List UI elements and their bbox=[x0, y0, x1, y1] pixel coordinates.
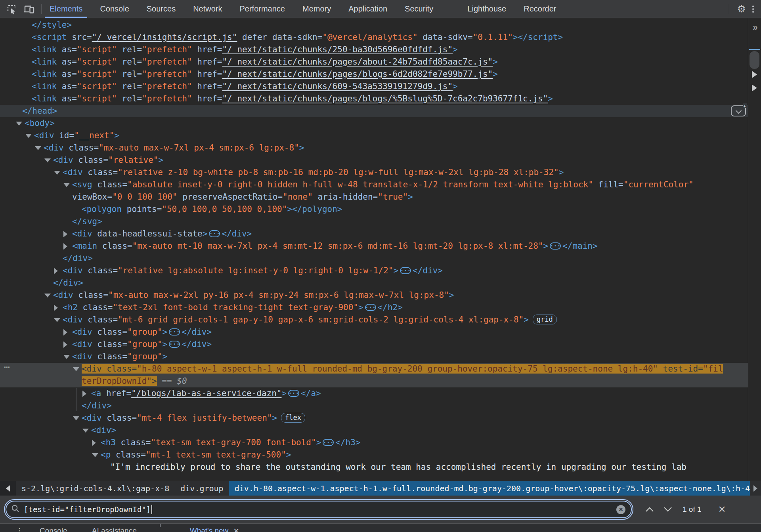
dom-tree-row[interactable]: terDropDownId"> == $0 bbox=[0, 375, 748, 387]
dom-tree-row[interactable]: <h2 class="text-2xl font-bold tracking-t… bbox=[0, 301, 748, 314]
dom-tree-row[interactable]: <div class="mt-6 grid grid-cols-1 gap-y-… bbox=[0, 314, 748, 326]
expand-arrow-icon[interactable] bbox=[63, 231, 67, 237]
collapse-arrow-icon[interactable] bbox=[63, 355, 70, 359]
collapse-arrow-icon[interactable] bbox=[73, 416, 79, 420]
dom-tree-row[interactable]: viewBox="0 0 100 100" preserveAspectRati… bbox=[0, 191, 748, 203]
expand-arrow-icon[interactable] bbox=[54, 268, 58, 274]
code-segment[interactable]: "/blogs/lab-as-a-service-dazn" bbox=[131, 389, 281, 398]
expand-sidebar-icon[interactable]: » bbox=[748, 22, 761, 33]
expand-ellipsis-icon[interactable]: ··· bbox=[288, 390, 299, 397]
collapse-arrow-icon[interactable] bbox=[63, 183, 70, 187]
drawer-tab-ai-assistance[interactable]: AI assistance bbox=[92, 526, 137, 532]
next-result-button[interactable] bbox=[659, 501, 677, 517]
dom-tree-row[interactable]: <main class="mx-auto mt-10 max-w-7xl px-… bbox=[0, 240, 748, 252]
breadcrumb-item-selected[interactable]: div.h-80.aspect-w-1.aspect-h-1.w-full.ro… bbox=[229, 481, 750, 496]
code-segment[interactable]: "/_vercel/insights/script.js" bbox=[92, 32, 237, 42]
dom-tree-row[interactable]: <link as="script" rel="prefetch" href="/… bbox=[0, 44, 748, 56]
expand-ellipsis-icon[interactable]: ··· bbox=[169, 341, 180, 348]
dom-tree-row[interactable]: <div class="relative lg:absolute lg:inse… bbox=[0, 265, 748, 277]
close-search-icon[interactable]: ✕ bbox=[718, 504, 726, 515]
dom-tree-row[interactable]: </div> bbox=[0, 277, 748, 289]
collapse-arrow-icon[interactable] bbox=[35, 146, 41, 150]
code-segment[interactable]: "/_next/static/chunks/pages/about-24b75a… bbox=[222, 57, 493, 67]
dom-tree-row[interactable]: <svg class="absolute inset-y-0 right-0 h… bbox=[0, 179, 748, 191]
close-whats-new-icon[interactable]: ✕ bbox=[233, 526, 239, 532]
collapse-arrow-icon[interactable] bbox=[44, 158, 51, 162]
tab-elements[interactable]: Elements bbox=[44, 0, 88, 18]
dom-tree-row[interactable]: <polygon points="50,0 100,0 50,100 0,100… bbox=[0, 203, 748, 215]
dom-tree-row[interactable]: <div id="__next"> bbox=[0, 130, 748, 142]
inspect-element-icon[interactable] bbox=[6, 3, 17, 15]
grid-badge[interactable]: grid bbox=[533, 315, 557, 324]
dom-tree-row[interactable]: <div class="group">···</div> bbox=[0, 326, 748, 338]
drawer-menu-icon[interactable]: ⋮ bbox=[16, 526, 23, 532]
tab-recorder[interactable]: Recorder bbox=[518, 0, 562, 18]
collapse-arrow-icon[interactable] bbox=[82, 429, 89, 433]
dom-tree-row[interactable]: </svg> bbox=[0, 215, 748, 228]
expand-ellipsis-icon[interactable]: ··· bbox=[550, 242, 561, 250]
dom-tree-row[interactable]: <script src="/_vercel/insights/script.js… bbox=[0, 31, 748, 44]
dom-tree-row[interactable]: <h3 class="text-sm text-gray-700 font-bo… bbox=[0, 437, 748, 449]
breadcrumb-item[interactable]: s-2.lg\:grid-cols-4.xl\:gap-x-8 bbox=[16, 481, 175, 496]
clear-search-icon[interactable]: ✕ bbox=[616, 505, 625, 514]
tab-application[interactable]: Application bbox=[343, 0, 393, 18]
dom-tree-row[interactable]: <div> bbox=[0, 424, 748, 437]
dom-tree-row[interactable]: <link as="script" rel="prefetch" href="/… bbox=[0, 68, 748, 80]
expand-ellipsis-icon[interactable]: ··· bbox=[209, 230, 220, 237]
dom-tree-row[interactable]: </div> bbox=[0, 400, 748, 412]
dom-tree-row[interactable]: </style> bbox=[0, 19, 748, 31]
tab-memory[interactable]: Memory bbox=[297, 0, 337, 18]
row-menu-icon[interactable]: ⋯ bbox=[4, 361, 10, 374]
collapse-arrow-icon[interactable] bbox=[73, 367, 79, 371]
drawer-tab-console[interactable]: Console bbox=[40, 526, 67, 532]
code-segment[interactable]: "/_next/static/chunks/609-543a5339191279… bbox=[222, 82, 453, 91]
collapse-arrow-icon[interactable] bbox=[54, 318, 60, 322]
breadcrumb-scroll-left-button[interactable] bbox=[0, 481, 16, 496]
dom-tree-row[interactable]: </head>✦ bbox=[0, 105, 748, 117]
scrollbar-thumb[interactable] bbox=[750, 51, 759, 69]
expand-arrow-icon[interactable] bbox=[63, 329, 67, 336]
dom-tree-row[interactable]: "I'm incredibly proud to share the outst… bbox=[0, 461, 748, 473]
collapse-arrow-icon[interactable] bbox=[25, 134, 32, 138]
expand-ellipsis-icon[interactable]: ··· bbox=[400, 267, 411, 274]
tab-console[interactable]: Console bbox=[94, 0, 134, 18]
dom-tree-row[interactable]: <div class="group"> bbox=[0, 351, 748, 363]
search-input[interactable]: [test-id="filterDropDownId"] ✕ bbox=[6, 501, 632, 518]
ask-ai-icon[interactable]: ✦ bbox=[731, 105, 746, 116]
expand-arrow-icon[interactable] bbox=[63, 243, 67, 250]
collapse-arrow-icon[interactable] bbox=[16, 122, 22, 126]
collapse-arrow-icon[interactable] bbox=[92, 453, 98, 457]
dom-tree-row[interactable]: <a href="/blogs/lab-as-a-service-dazn">·… bbox=[0, 387, 748, 400]
dom-tree-row[interactable]: <link as="script" rel="prefetch" href="/… bbox=[0, 93, 748, 105]
collapse-arrow-icon[interactable] bbox=[54, 171, 60, 175]
tab-performance[interactable]: Performance bbox=[234, 0, 291, 18]
code-segment[interactable]: "/_next/static/chunks/250-ba30d5696e0fdf… bbox=[222, 45, 453, 54]
expand-arrow-icon[interactable] bbox=[82, 391, 86, 397]
breadcrumb-item[interactable]: div.group bbox=[175, 481, 229, 496]
settings-gear-icon[interactable]: ⚙ bbox=[737, 0, 746, 18]
tab-sources[interactable]: Sources bbox=[141, 0, 181, 18]
expand-arrow-icon[interactable] bbox=[54, 305, 58, 311]
dom-tree-row[interactable]: </div> bbox=[0, 252, 748, 265]
code-segment[interactable]: "/_next/static/chunks/pages/blogs-6d2d08… bbox=[222, 69, 493, 79]
breadcrumb-scroll-right-button[interactable] bbox=[750, 485, 761, 492]
dom-tree-row[interactable]: <div class="relative z-10 bg-white pb-8 … bbox=[0, 166, 748, 179]
drawer-tab-whats-new[interactable]: What's new bbox=[190, 526, 229, 532]
dom-tree-row[interactable]: <link as="script" rel="prefetch" href="/… bbox=[0, 56, 748, 68]
expand-ellipsis-icon[interactable]: ··· bbox=[169, 328, 180, 336]
toggle-device-toolbar-icon[interactable] bbox=[23, 3, 35, 15]
collapse-arrow-icon[interactable] bbox=[44, 294, 51, 297]
expand-arrow-icon[interactable] bbox=[63, 341, 67, 348]
dom-tree-row[interactable]: <div class="mt-4 flex justify-between">f… bbox=[0, 412, 748, 424]
previous-result-button[interactable] bbox=[641, 501, 659, 517]
dom-tree-row[interactable]: <div class="mx-auto max-w-7xl px-4 sm:px… bbox=[0, 142, 748, 154]
dom-tree-row[interactable]: <body> bbox=[0, 117, 748, 130]
dom-tree-row[interactable]: <div class="group">···</div> bbox=[0, 338, 748, 351]
dom-tree-row[interactable]: ⋯<div class="h-80 aspect-w-1 aspect-h-1 … bbox=[0, 363, 748, 375]
expand-arrow-icon[interactable] bbox=[92, 440, 96, 446]
code-segment[interactable]: "/_next/static/chunks/pages/blogs/%5Bslu… bbox=[222, 94, 548, 103]
dom-tree-row[interactable]: <div class="mx-auto max-w-2xl py-16 px-4… bbox=[0, 289, 748, 301]
tab-network[interactable]: Network bbox=[187, 0, 228, 18]
tab-security[interactable]: Security bbox=[399, 0, 439, 18]
dom-tree-row[interactable]: <div class="relative"> bbox=[0, 154, 748, 166]
